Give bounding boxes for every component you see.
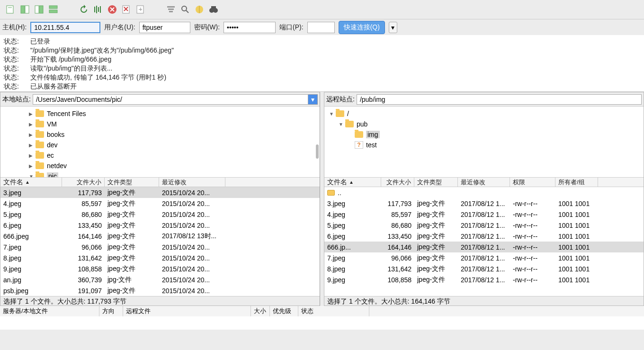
tree-item[interactable]: ▶dev <box>0 140 320 150</box>
reconnect-icon[interactable] <box>134 3 147 16</box>
tree-item[interactable]: ▶books <box>0 129 320 140</box>
quick-connect-dropdown[interactable]: ▾ <box>389 22 397 33</box>
file-date: 2015/10/24 20... <box>159 254 225 262</box>
file-size: 96,066 <box>62 243 105 251</box>
file-row[interactable]: 4.jpeg85,597jpeg-文件2017/08/12 1...-rw-r-… <box>324 209 644 220</box>
togglequeue-icon[interactable] <box>47 3 60 16</box>
processqueue-icon[interactable] <box>92 3 104 16</box>
expand-arrow-icon[interactable]: ▶ <box>29 132 36 137</box>
tree-item[interactable]: ?test <box>324 140 644 150</box>
qcol-server[interactable]: 服务器/本地文件 <box>0 306 99 316</box>
expand-arrow-icon[interactable]: ▼ <box>29 174 36 178</box>
quick-connect-button[interactable]: 快速连接(Q) <box>339 21 385 34</box>
filter-icon[interactable] <box>165 3 177 16</box>
tree-item[interactable]: ▼/ <box>324 108 644 119</box>
col-owner[interactable]: 所有者/组 <box>555 178 598 187</box>
expand-arrow-icon[interactable]: ▶ <box>29 111 36 117</box>
remote-path-input[interactable] <box>357 94 642 105</box>
refresh-icon[interactable] <box>78 3 90 16</box>
file-row[interactable]: 4.jpeg85,597jpeg-文件2015/10/24 20... <box>0 198 320 209</box>
file-size: 164,146 <box>62 233 105 240</box>
col-date[interactable]: 最近修改 <box>458 178 510 187</box>
file-row[interactable]: 6.jpeg133,450jpeg-文件2017/08/12 1...-rw-r… <box>324 231 644 242</box>
tree-item[interactable]: ▶ec <box>0 150 320 161</box>
folder-icon <box>36 121 44 127</box>
togglelog-icon[interactable] <box>19 3 31 16</box>
scrollbar-thumb[interactable] <box>316 144 319 159</box>
file-row[interactable]: an.jpg360,739jpg-文件2015/10/24 20... <box>0 274 320 285</box>
qcol-prio[interactable]: 优先级 <box>270 306 298 316</box>
expand-arrow-icon[interactable]: ▼ <box>329 111 336 117</box>
tree-item[interactable]: ▼pic <box>0 171 320 178</box>
col-size[interactable]: 文件大小 <box>381 178 414 187</box>
expand-arrow-icon[interactable]: ▼ <box>339 122 345 127</box>
remote-file-list[interactable]: ..3.jpeg117,793jpeg-文件2017/08/12 1...-rw… <box>324 187 644 296</box>
file-type: jpeg-文件 <box>105 232 159 241</box>
tree-item[interactable]: ▼pub <box>324 119 644 129</box>
tree-item[interactable]: ▶VM <box>0 119 320 129</box>
local-path-dropdown[interactable]: ▾ <box>308 94 318 105</box>
file-row[interactable]: psb.jpeg191,097jpeg-文件2015/10/24 20... <box>0 285 320 296</box>
svg-rect-5 <box>39 6 43 13</box>
compare-icon[interactable] <box>193 3 206 16</box>
col-name[interactable]: 文件名▲ <box>0 178 62 187</box>
file-row[interactable]: 5.jpeg86,680jpeg-文件2017/08/12 1...-rw-r-… <box>324 220 644 231</box>
svg-rect-7 <box>49 10 57 13</box>
expand-arrow-icon[interactable]: ▶ <box>29 153 36 158</box>
local-tree[interactable]: ▶Tencent Files▶VM▶books▶dev▶ec▶netdev▼pi… <box>0 107 320 178</box>
cancel-icon[interactable] <box>106 3 118 16</box>
tree-item[interactable]: ▶Tencent Files <box>0 108 320 119</box>
file-owner: 1001 1001 <box>555 276 598 284</box>
expand-arrow-icon[interactable]: ▶ <box>29 163 36 169</box>
file-row[interactable]: 9.jpeg108,858jpeg-文件2015/10/24 20... <box>0 263 320 274</box>
file-row[interactable]: 6.jpeg133,450jpeg-文件2015/10/24 20... <box>0 220 320 231</box>
file-row[interactable]: 7.jpeg96,066jpeg-文件2017/08/12 1...-rw-r-… <box>324 252 644 263</box>
file-row[interactable]: 8.jpeg131,642jpeg-文件2015/10/24 20... <box>0 252 320 263</box>
file-row[interactable]: .. <box>324 187 644 198</box>
file-perm: -rw-r--r-- <box>510 276 555 284</box>
col-perm[interactable]: 权限 <box>510 178 555 187</box>
col-type[interactable]: 文件类型 <box>414 178 458 187</box>
qcol-size[interactable]: 大小 <box>251 306 270 316</box>
search-icon[interactable] <box>179 3 191 16</box>
host-label: 主机(H): <box>2 23 27 32</box>
folder-icon <box>355 131 363 138</box>
file-row[interactable]: 3.jpeg117,793jpeg-文件2017/08/12 1...-rw-r… <box>324 198 644 209</box>
file-row[interactable]: 666.jp...164,146jpeg-文件2017/08/12 1...-r… <box>324 242 644 252</box>
binoculars-icon[interactable] <box>207 3 220 16</box>
file-row[interactable]: 666.jpeg164,146jpeg-文件2017/08/12 13时... <box>0 231 320 242</box>
queue-body[interactable] <box>0 316 644 330</box>
expand-arrow-icon[interactable]: ▶ <box>29 122 36 127</box>
file-row[interactable]: 5.jpeg86,680jpeg-文件2015/10/24 20... <box>0 209 320 220</box>
col-size[interactable]: 文件大小 <box>62 178 105 187</box>
port-input[interactable] <box>307 22 335 33</box>
user-input[interactable] <box>139 22 190 33</box>
col-date[interactable]: 最近修改 <box>159 178 225 187</box>
qcol-remote[interactable]: 远程文件 <box>123 306 251 316</box>
pass-input[interactable] <box>224 22 276 33</box>
file-row[interactable]: 7.jpeg96,066jpeg-文件2015/10/24 20... <box>0 242 320 252</box>
expand-arrow-icon[interactable]: ▶ <box>29 143 36 148</box>
tree-item[interactable]: ▶netdev <box>0 161 320 171</box>
host-input[interactable] <box>30 22 100 33</box>
disconnect-icon[interactable] <box>120 3 133 16</box>
file-row[interactable]: 8.jpeg131,642jpeg-文件2017/08/12 1...-rw-r… <box>324 263 644 274</box>
qcol-dir[interactable]: 方向 <box>99 306 123 316</box>
file-type: jpeg-文件 <box>414 276 458 284</box>
sitemanager-icon[interactable] <box>5 3 17 16</box>
qcol-status[interactable]: 状态 <box>298 306 369 316</box>
col-type[interactable]: 文件类型 <box>105 178 159 187</box>
local-path-input[interactable] <box>33 94 308 105</box>
file-row[interactable]: 3.jpeg117,793jpeg-文件2015/10/24 20... <box>0 187 320 198</box>
file-size: 164,146 <box>381 243 414 251</box>
port-label: 端口(P): <box>279 23 304 32</box>
toggletree-icon[interactable] <box>33 3 45 16</box>
local-footer: 选择了 1 个文件。大小总共: 117,793 字节 <box>0 296 320 305</box>
tree-label: pic <box>47 172 58 178</box>
remote-tree[interactable]: ▼/▼pubimg?test <box>324 107 644 178</box>
local-file-list[interactable]: 3.jpeg117,793jpeg-文件2015/10/24 20...4.jp… <box>0 187 320 296</box>
col-name[interactable]: 文件名▲ <box>324 178 381 187</box>
file-row[interactable]: 9.jpeg108,858jpeg-文件2017/08/12 1...-rw-r… <box>324 274 644 285</box>
file-name: 9.jpeg <box>3 265 21 273</box>
tree-item[interactable]: img <box>324 129 644 140</box>
